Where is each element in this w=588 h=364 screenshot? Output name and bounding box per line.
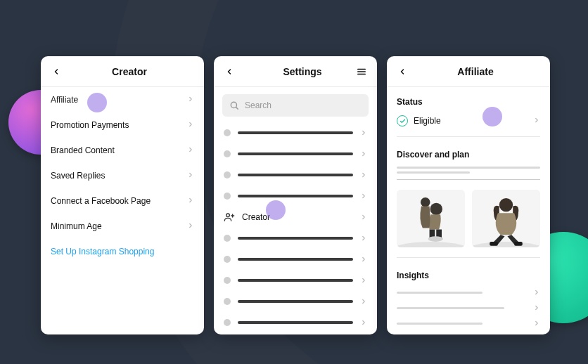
creator-list: Affiliate Promotion Payments Branded Con…	[41, 87, 204, 334]
settings-item-placeholder[interactable]	[214, 228, 377, 249]
discover-thumbnail-1[interactable]	[397, 190, 465, 247]
settings-header: Settings	[214, 56, 377, 87]
menu-item-affiliate[interactable]: Affiliate	[41, 87, 204, 112]
chevron-right-icon	[360, 169, 367, 181]
affiliate-body: Status Eligible Discover and plan	[387, 87, 550, 334]
menu-item-instagram-shopping[interactable]: Set Up Instagram Shopping	[41, 239, 204, 264]
skeleton-bar	[238, 174, 353, 176]
chevron-right-icon	[187, 221, 194, 231]
settings-item-placeholder[interactable]	[214, 249, 377, 270]
settings-item-placeholder[interactable]	[214, 291, 377, 312]
skeleton-bar	[238, 152, 353, 155]
skeleton-text	[397, 292, 482, 294]
back-button[interactable]	[395, 65, 409, 79]
settings-item-placeholder[interactable]	[214, 270, 377, 291]
menu-item-label: Saved Replies	[51, 171, 187, 181]
settings-body: Search Creator	[214, 87, 377, 334]
discover-thumbnail-2[interactable]	[472, 190, 540, 247]
app-stage: Creator Affiliate Promotion Payments Bra…	[0, 0, 588, 364]
chevron-right-icon	[360, 211, 367, 223]
menu-item-saved-replies[interactable]: Saved Replies	[41, 163, 204, 188]
chevron-right-icon	[187, 145, 194, 155]
settings-item-placeholder[interactable]	[214, 122, 377, 143]
affiliate-header: Affiliate	[387, 56, 550, 87]
skeleton-text	[397, 167, 540, 169]
svg-rect-19	[514, 242, 523, 246]
insights-item[interactable]	[387, 285, 550, 300]
chevron-right-icon	[360, 232, 367, 245]
svg-point-13	[421, 197, 430, 207]
affiliate-screen: Affiliate Status Eligible Discover and p…	[387, 56, 550, 334]
chevron-right-icon	[360, 253, 367, 266]
bullet-icon	[224, 319, 231, 326]
status-section-title: Status	[387, 87, 550, 111]
svg-line-4	[236, 108, 238, 110]
skeleton-bar	[238, 279, 353, 282]
chevron-right-icon	[187, 95, 194, 105]
chevron-right-icon	[187, 171, 194, 181]
page-title: Settings	[236, 66, 369, 77]
settings-item-placeholder[interactable]	[214, 143, 377, 164]
chevron-right-icon	[533, 317, 540, 330]
chevron-right-icon	[187, 120, 194, 130]
creator-header: Creator	[41, 56, 204, 87]
back-button[interactable]	[222, 65, 236, 79]
menu-item-branded-content[interactable]: Branded Content	[41, 138, 204, 163]
chevron-right-icon	[533, 286, 540, 299]
page-title: Affiliate	[409, 66, 542, 77]
menu-item-label: Minimum Age	[51, 221, 187, 231]
divider	[397, 257, 540, 258]
bullet-icon	[224, 129, 231, 136]
menu-item-label: Connect a Facebook Page	[51, 196, 187, 206]
chevron-left-icon	[52, 67, 60, 76]
bullet-icon	[224, 277, 231, 284]
settings-item-placeholder[interactable]	[214, 312, 377, 333]
check-circle-icon	[397, 115, 408, 126]
insights-item[interactable]	[387, 300, 550, 316]
search-placeholder: Search	[245, 100, 271, 110]
creator-screen: Creator Affiliate Promotion Payments Bra…	[41, 56, 204, 334]
settings-item-label: Creator	[242, 212, 270, 222]
skeleton-bar	[238, 131, 353, 134]
back-button[interactable]	[49, 65, 63, 79]
menu-item-label: Set Up Instagram Shopping	[51, 247, 194, 256]
chevron-right-icon	[533, 301, 540, 314]
bullet-icon	[224, 298, 231, 305]
skeleton-text	[397, 171, 470, 174]
bullet-icon	[224, 256, 231, 263]
discover-thumbnails	[387, 187, 550, 254]
settings-item-placeholder[interactable]	[214, 186, 377, 207]
chevron-left-icon	[398, 67, 407, 76]
chevron-right-icon	[360, 148, 367, 160]
status-value: Eligible	[414, 116, 441, 126]
chevron-right-icon	[187, 196, 194, 206]
skeleton-text	[397, 307, 504, 309]
menu-item-connect-facebook[interactable]: Connect a Facebook Page	[41, 188, 204, 214]
divider	[397, 136, 540, 137]
status-eligible-row[interactable]: Eligible	[387, 111, 550, 134]
skeleton-bar	[238, 321, 353, 324]
svg-point-14	[428, 236, 443, 242]
skeleton-bar	[238, 195, 353, 197]
chevron-left-icon	[225, 67, 234, 76]
bullet-icon	[224, 235, 231, 242]
chevron-right-icon	[360, 126, 367, 139]
insights-item[interactable]	[387, 316, 550, 331]
skeleton-bar	[238, 300, 353, 303]
chevron-right-icon	[360, 295, 367, 308]
bullet-icon	[224, 193, 231, 200]
bullet-icon	[224, 171, 231, 178]
menu-item-label: Promotion Payments	[51, 120, 187, 130]
menu-item-label: Affiliate	[51, 95, 187, 105]
skeleton-bar	[238, 237, 353, 240]
chevron-right-icon	[533, 116, 540, 126]
svg-point-10	[430, 203, 442, 215]
menu-item-minimum-age[interactable]: Minimum Age	[41, 214, 204, 239]
settings-item-creator[interactable]: Creator	[214, 207, 377, 228]
hamburger-menu-button[interactable]	[354, 65, 369, 79]
insights-section-title: Insights	[387, 261, 550, 285]
menu-item-promotion-payments[interactable]: Promotion Payments	[41, 112, 204, 138]
settings-item-placeholder[interactable]	[214, 164, 377, 186]
search-input[interactable]: Search	[222, 94, 369, 117]
person-add-icon	[224, 212, 235, 223]
